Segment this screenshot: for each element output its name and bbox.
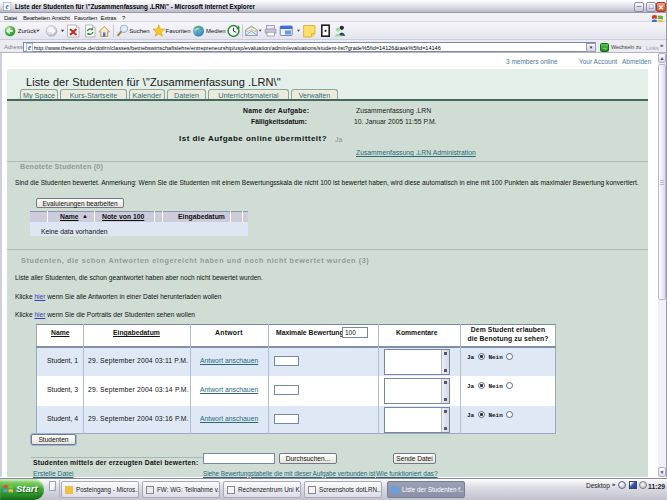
- svg-text:Medien: Medien: [206, 28, 226, 34]
- svg-text:Favoriten: Favoriten: [166, 28, 191, 34]
- svg-text:Suchen: Suchen: [129, 28, 149, 34]
- svg-text:e: e: [27, 43, 31, 52]
- svg-text:Zurück: Zurück: [18, 28, 37, 34]
